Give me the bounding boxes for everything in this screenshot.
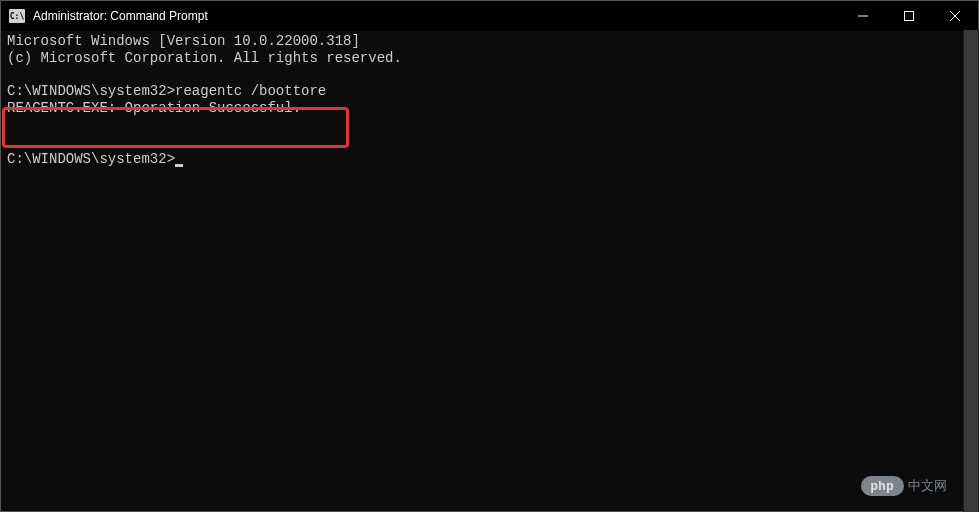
minimize-icon: [858, 11, 868, 21]
svg-rect-1: [905, 12, 914, 21]
prompt: C:\WINDOWS\system32>: [7, 83, 175, 99]
blank-line: [7, 134, 972, 151]
maximize-icon: [904, 11, 914, 21]
command-text: reagentc /boottore: [175, 83, 326, 99]
blank-line: [7, 67, 972, 84]
terminal-header-line: Microsoft Windows [Version 10.0.22000.31…: [7, 33, 972, 50]
window-controls: [840, 1, 978, 31]
title-bar[interactable]: C:\ Administrator: Command Prompt: [1, 1, 978, 31]
terminal-body[interactable]: Microsoft Windows [Version 10.0.22000.31…: [1, 31, 978, 511]
watermark-badge: php: [861, 476, 905, 496]
command-line: C:\WINDOWS\system32>reagentc /boottore: [7, 83, 972, 100]
command-prompt-window: C:\ Administrator: Command Prompt: [0, 0, 979, 512]
cmd-icon: C:\: [9, 9, 25, 23]
maximize-button[interactable]: [886, 1, 932, 31]
terminal-copyright-line: (c) Microsoft Corporation. All rights re…: [7, 50, 972, 67]
prompt: C:\WINDOWS\system32>: [7, 151, 175, 167]
blank-line: [7, 117, 972, 134]
output-line: REAGENTC.EXE: Operation Successful.: [7, 100, 972, 117]
title-left: C:\ Administrator: Command Prompt: [9, 9, 208, 23]
cursor: [175, 164, 183, 167]
close-icon: [950, 11, 960, 21]
window-title: Administrator: Command Prompt: [33, 9, 208, 23]
current-prompt-line: C:\WINDOWS\system32>: [7, 151, 972, 168]
watermark: php 中文网: [861, 476, 948, 496]
scrollbar-thumb[interactable]: [964, 30, 978, 512]
close-button[interactable]: [932, 1, 978, 31]
watermark-text: 中文网: [908, 477, 947, 495]
minimize-button[interactable]: [840, 1, 886, 31]
scrollbar[interactable]: [963, 30, 979, 512]
